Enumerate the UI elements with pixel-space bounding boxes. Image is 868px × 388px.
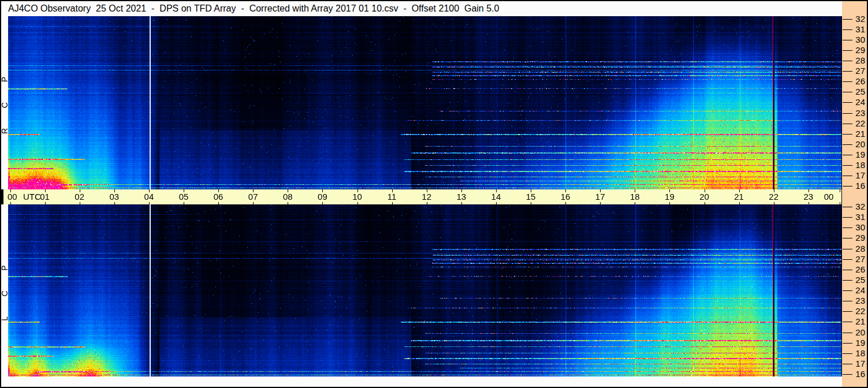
freq-tick-label: 23 (852, 108, 865, 118)
time-tick-label: 10 (350, 192, 365, 202)
time-axis: 0001020304050607080910111213141516171819… (3, 189, 841, 204)
time-tick-label: 09 (315, 192, 330, 202)
time-tick-label: 04 (141, 192, 157, 202)
freq-tick (843, 249, 852, 249)
time-tick-label: 14 (489, 192, 504, 202)
time-tick-label: 22 (766, 192, 781, 202)
freq-tick (843, 301, 852, 301)
freq-tick-label: 31 (852, 212, 865, 222)
spectrograph-window: AJ4CO Observatory 25 Oct 2021 - DPS on T… (0, 0, 868, 388)
time-tick (218, 202, 219, 204)
time-tick (322, 202, 323, 204)
time-tick (809, 202, 809, 204)
utc-label: UTC (23, 192, 41, 202)
freq-tick-label: 22 (852, 118, 865, 129)
freq-tick (843, 353, 852, 354)
time-tick (705, 202, 705, 204)
freq-tick-label: 21 (852, 129, 865, 139)
time-tick (840, 189, 840, 192)
time-tick-label: 03 (107, 192, 122, 202)
freq-tick-label: 18 (852, 348, 865, 359)
freq-tick (843, 227, 852, 228)
time-tick (840, 202, 840, 204)
time-tick (114, 202, 115, 204)
freq-tick (843, 186, 852, 186)
time-tick-label: 21 (732, 192, 747, 202)
freq-tick-label: 20 (852, 327, 865, 338)
freq-tick (843, 364, 852, 364)
time-tick-label: 00 (821, 192, 836, 202)
time-tick-label: 18 (627, 192, 642, 202)
time-tick-label: 02 (72, 192, 87, 202)
freq-tick-label: 26 (852, 264, 865, 275)
time-tick (392, 202, 393, 204)
freq-tick-label: 20 (852, 139, 865, 150)
bottom-margin (1, 376, 842, 387)
freq-tick-label: 24 (852, 97, 865, 107)
freq-tick-label: 19 (852, 338, 865, 348)
freq-tick-label: 30 (852, 222, 865, 233)
freq-tick (843, 333, 852, 333)
time-tick-label: 08 (280, 192, 295, 202)
time-tick (288, 202, 288, 204)
time-tick-label: 16 (558, 192, 573, 202)
freq-tick-label: 16 (852, 181, 865, 191)
freq-tick (843, 61, 852, 61)
freq-tick-label: 32 (852, 14, 865, 24)
time-tick-label: 00 (8, 192, 23, 202)
freq-tick-label: 18 (852, 160, 865, 170)
time-tick (531, 202, 531, 204)
freq-tick-label: 28 (852, 244, 865, 254)
time-tick-label: 11 (385, 192, 400, 202)
freq-tick (843, 19, 852, 20)
freq-tick (843, 207, 852, 207)
freq-tick (843, 259, 852, 260)
time-tick (10, 202, 11, 204)
time-tick-label: 15 (523, 192, 538, 202)
freq-tick (843, 280, 852, 281)
time-tick-label: 19 (662, 192, 677, 202)
time-tick (184, 202, 184, 204)
freq-tick-label: 26 (852, 76, 865, 87)
lcp-panel-label: L C P (1, 204, 8, 376)
freq-tick-label: 32 (852, 202, 865, 212)
time-tick-label: 23 (801, 192, 816, 202)
freq-tick (843, 144, 852, 145)
freq-tick (843, 92, 852, 92)
rcp-panel-label: R C P (1, 16, 8, 189)
time-tick (739, 202, 740, 204)
time-tick (80, 202, 80, 204)
time-tick-label: 20 (697, 192, 712, 202)
time-tick-label: 13 (454, 192, 469, 202)
freq-tick (843, 165, 852, 166)
freq-tick (843, 343, 852, 344)
freq-tick-label: 29 (852, 45, 865, 55)
rcp-spectrogram (8, 16, 841, 189)
freq-tick-label: 27 (852, 66, 865, 76)
time-tick (565, 202, 566, 204)
time-tick-label: 06 (211, 192, 226, 202)
freq-tick (843, 322, 852, 322)
time-tick-label: 05 (176, 192, 191, 202)
freq-tick-label: 22 (852, 306, 865, 316)
freq-tick-label: 28 (852, 55, 865, 66)
freq-tick-label: 25 (852, 275, 865, 285)
freq-tick (843, 238, 852, 238)
freq-tick (843, 124, 852, 124)
title-bar: AJ4CO Observatory 25 Oct 2021 - DPS on T… (1, 1, 842, 16)
time-tick-label: 17 (593, 192, 608, 202)
time-tick (45, 202, 46, 204)
page-title: AJ4CO Observatory 25 Oct 2021 - DPS on T… (8, 1, 499, 16)
time-tick (253, 202, 254, 204)
time-tick (149, 202, 150, 204)
time-tick-label: 12 (419, 192, 434, 202)
freq-tick-label: 17 (852, 359, 865, 369)
freq-tick-label: 29 (852, 233, 865, 243)
freq-tick-label: 21 (852, 316, 865, 327)
lcp-spectrogram (8, 204, 841, 376)
freq-tick (843, 290, 852, 291)
freq-tick (843, 176, 852, 176)
time-tick (496, 202, 497, 204)
freq-tick (843, 155, 852, 155)
freq-tick-label: 31 (852, 24, 865, 35)
